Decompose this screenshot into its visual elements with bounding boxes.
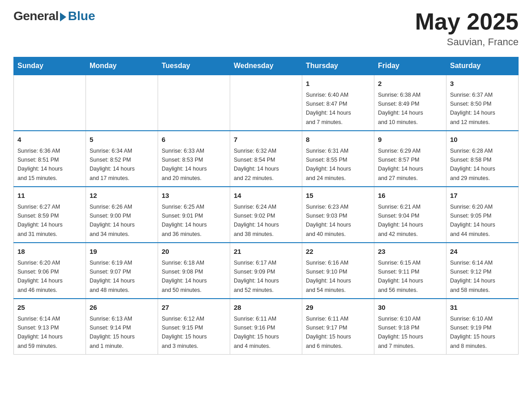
day-info: Sunrise: 6:34 AM Sunset: 8:52 PM Dayligh… bbox=[90, 148, 135, 181]
calendar-day-cell bbox=[158, 75, 230, 131]
day-number: 17 bbox=[450, 191, 515, 201]
day-info: Sunrise: 6:38 AM Sunset: 8:49 PM Dayligh… bbox=[378, 92, 423, 125]
day-info: Sunrise: 6:27 AM Sunset: 8:59 PM Dayligh… bbox=[17, 204, 63, 237]
day-number: 31 bbox=[450, 303, 515, 313]
calendar-week-row: 4Sunrise: 6:36 AM Sunset: 8:51 PM Daylig… bbox=[14, 131, 519, 187]
calendar-day-header: Friday bbox=[374, 57, 446, 75]
day-number: 24 bbox=[450, 247, 515, 257]
calendar-day-cell: 27Sunrise: 6:12 AM Sunset: 9:15 PM Dayli… bbox=[158, 299, 230, 355]
day-number: 5 bbox=[90, 135, 154, 145]
calendar-day-header: Monday bbox=[86, 57, 158, 75]
calendar-day-cell bbox=[14, 75, 86, 131]
day-info: Sunrise: 6:20 AM Sunset: 9:05 PM Dayligh… bbox=[450, 204, 495, 237]
location-subtitle: Sauvian, France bbox=[415, 36, 519, 48]
day-number: 28 bbox=[234, 303, 298, 313]
day-info: Sunrise: 6:13 AM Sunset: 9:14 PM Dayligh… bbox=[90, 316, 135, 349]
calendar-day-cell: 20Sunrise: 6:18 AM Sunset: 9:08 PM Dayli… bbox=[158, 243, 230, 299]
calendar-day-cell: 14Sunrise: 6:24 AM Sunset: 9:02 PM Dayli… bbox=[230, 187, 302, 243]
day-number: 18 bbox=[17, 247, 82, 257]
day-number: 22 bbox=[306, 247, 370, 257]
calendar-day-cell: 8Sunrise: 6:31 AM Sunset: 8:55 PM Daylig… bbox=[302, 131, 374, 187]
day-number: 30 bbox=[378, 303, 442, 313]
day-info: Sunrise: 6:15 AM Sunset: 9:11 PM Dayligh… bbox=[378, 260, 423, 293]
day-number: 19 bbox=[90, 247, 154, 257]
calendar-day-cell: 26Sunrise: 6:13 AM Sunset: 9:14 PM Dayli… bbox=[86, 299, 158, 355]
calendar-day-cell: 13Sunrise: 6:25 AM Sunset: 9:01 PM Dayli… bbox=[158, 187, 230, 243]
day-info: Sunrise: 6:23 AM Sunset: 9:03 PM Dayligh… bbox=[306, 204, 351, 237]
calendar-day-cell: 9Sunrise: 6:29 AM Sunset: 8:57 PM Daylig… bbox=[374, 131, 446, 187]
calendar-table: SundayMondayTuesdayWednesdayThursdayFrid… bbox=[13, 57, 519, 355]
day-info: Sunrise: 6:16 AM Sunset: 9:10 PM Dayligh… bbox=[306, 260, 351, 293]
day-number: 15 bbox=[306, 191, 370, 201]
day-number: 1 bbox=[306, 79, 370, 89]
calendar-day-cell: 17Sunrise: 6:20 AM Sunset: 9:05 PM Dayli… bbox=[446, 187, 519, 243]
day-number: 13 bbox=[162, 191, 226, 201]
calendar-day-cell: 30Sunrise: 6:10 AM Sunset: 9:18 PM Dayli… bbox=[374, 299, 446, 355]
calendar-day-cell: 22Sunrise: 6:16 AM Sunset: 9:10 PM Dayli… bbox=[302, 243, 374, 299]
day-info: Sunrise: 6:31 AM Sunset: 8:55 PM Dayligh… bbox=[306, 148, 351, 181]
day-number: 25 bbox=[17, 303, 82, 313]
day-info: Sunrise: 6:17 AM Sunset: 9:09 PM Dayligh… bbox=[234, 260, 279, 293]
calendar-header-row: SundayMondayTuesdayWednesdayThursdayFrid… bbox=[14, 57, 519, 75]
day-number: 20 bbox=[162, 247, 226, 257]
day-info: Sunrise: 6:11 AM Sunset: 9:17 PM Dayligh… bbox=[306, 316, 351, 349]
day-number: 29 bbox=[306, 303, 370, 313]
logo-blue-text: Blue bbox=[68, 9, 95, 23]
calendar-day-cell: 16Sunrise: 6:21 AM Sunset: 9:04 PM Dayli… bbox=[374, 187, 446, 243]
calendar-day-cell bbox=[230, 75, 302, 131]
calendar-day-cell: 7Sunrise: 6:32 AM Sunset: 8:54 PM Daylig… bbox=[230, 131, 302, 187]
calendar-day-cell: 1Sunrise: 6:40 AM Sunset: 8:47 PM Daylig… bbox=[302, 75, 374, 131]
day-info: Sunrise: 6:26 AM Sunset: 9:00 PM Dayligh… bbox=[90, 204, 135, 237]
calendar-day-cell: 24Sunrise: 6:14 AM Sunset: 9:12 PM Dayli… bbox=[446, 243, 519, 299]
calendar-day-header: Tuesday bbox=[158, 57, 230, 75]
calendar-day-cell: 21Sunrise: 6:17 AM Sunset: 9:09 PM Dayli… bbox=[230, 243, 302, 299]
day-number: 16 bbox=[378, 191, 442, 201]
day-number: 9 bbox=[378, 135, 442, 145]
day-number: 2 bbox=[378, 79, 442, 89]
day-info: Sunrise: 6:28 AM Sunset: 8:58 PM Dayligh… bbox=[450, 148, 495, 181]
day-info: Sunrise: 6:40 AM Sunset: 8:47 PM Dayligh… bbox=[306, 92, 351, 125]
calendar-week-row: 11Sunrise: 6:27 AM Sunset: 8:59 PM Dayli… bbox=[14, 187, 519, 243]
calendar-day-header: Sunday bbox=[14, 57, 86, 75]
day-info: Sunrise: 6:14 AM Sunset: 9:13 PM Dayligh… bbox=[17, 316, 63, 349]
day-number: 12 bbox=[90, 191, 154, 201]
calendar-day-cell: 4Sunrise: 6:36 AM Sunset: 8:51 PM Daylig… bbox=[14, 131, 86, 187]
day-number: 4 bbox=[17, 135, 82, 145]
calendar-week-row: 18Sunrise: 6:20 AM Sunset: 9:06 PM Dayli… bbox=[14, 243, 519, 299]
title-area: May 2025 Sauvian, France bbox=[415, 9, 519, 48]
day-info: Sunrise: 6:21 AM Sunset: 9:04 PM Dayligh… bbox=[378, 204, 423, 237]
month-year-title: May 2025 bbox=[415, 9, 519, 34]
day-number: 6 bbox=[162, 135, 226, 145]
day-info: Sunrise: 6:14 AM Sunset: 9:12 PM Dayligh… bbox=[450, 260, 495, 293]
day-info: Sunrise: 6:24 AM Sunset: 9:02 PM Dayligh… bbox=[234, 204, 279, 237]
logo-general-text: General bbox=[13, 9, 59, 23]
logo-arrow-icon bbox=[60, 13, 66, 21]
day-info: Sunrise: 6:20 AM Sunset: 9:06 PM Dayligh… bbox=[17, 260, 63, 293]
day-info: Sunrise: 6:18 AM Sunset: 9:08 PM Dayligh… bbox=[162, 260, 207, 293]
day-info: Sunrise: 6:29 AM Sunset: 8:57 PM Dayligh… bbox=[378, 148, 423, 181]
day-number: 3 bbox=[450, 79, 515, 89]
calendar-day-cell: 29Sunrise: 6:11 AM Sunset: 9:17 PM Dayli… bbox=[302, 299, 374, 355]
day-info: Sunrise: 6:11 AM Sunset: 9:16 PM Dayligh… bbox=[234, 316, 279, 349]
calendar-day-cell: 25Sunrise: 6:14 AM Sunset: 9:13 PM Dayli… bbox=[14, 299, 86, 355]
day-number: 23 bbox=[378, 247, 442, 257]
day-info: Sunrise: 6:10 AM Sunset: 9:19 PM Dayligh… bbox=[450, 316, 495, 349]
day-number: 10 bbox=[450, 135, 515, 145]
logo: General Blue bbox=[13, 9, 95, 23]
calendar-day-cell bbox=[86, 75, 158, 131]
calendar-week-row: 25Sunrise: 6:14 AM Sunset: 9:13 PM Dayli… bbox=[14, 299, 519, 355]
calendar-day-cell: 5Sunrise: 6:34 AM Sunset: 8:52 PM Daylig… bbox=[86, 131, 158, 187]
day-info: Sunrise: 6:19 AM Sunset: 9:07 PM Dayligh… bbox=[90, 260, 135, 293]
calendar-day-cell: 3Sunrise: 6:37 AM Sunset: 8:50 PM Daylig… bbox=[446, 75, 519, 131]
calendar-day-header: Thursday bbox=[302, 57, 374, 75]
day-number: 21 bbox=[234, 247, 298, 257]
calendar-day-header: Wednesday bbox=[230, 57, 302, 75]
day-info: Sunrise: 6:32 AM Sunset: 8:54 PM Dayligh… bbox=[234, 148, 279, 181]
calendar-week-row: 1Sunrise: 6:40 AM Sunset: 8:47 PM Daylig… bbox=[14, 75, 519, 131]
day-info: Sunrise: 6:12 AM Sunset: 9:15 PM Dayligh… bbox=[162, 316, 207, 349]
day-number: 11 bbox=[17, 191, 82, 201]
day-info: Sunrise: 6:36 AM Sunset: 8:51 PM Dayligh… bbox=[17, 148, 63, 181]
calendar-day-cell: 15Sunrise: 6:23 AM Sunset: 9:03 PM Dayli… bbox=[302, 187, 374, 243]
day-info: Sunrise: 6:33 AM Sunset: 8:53 PM Dayligh… bbox=[162, 148, 207, 181]
calendar-day-cell: 2Sunrise: 6:38 AM Sunset: 8:49 PM Daylig… bbox=[374, 75, 446, 131]
